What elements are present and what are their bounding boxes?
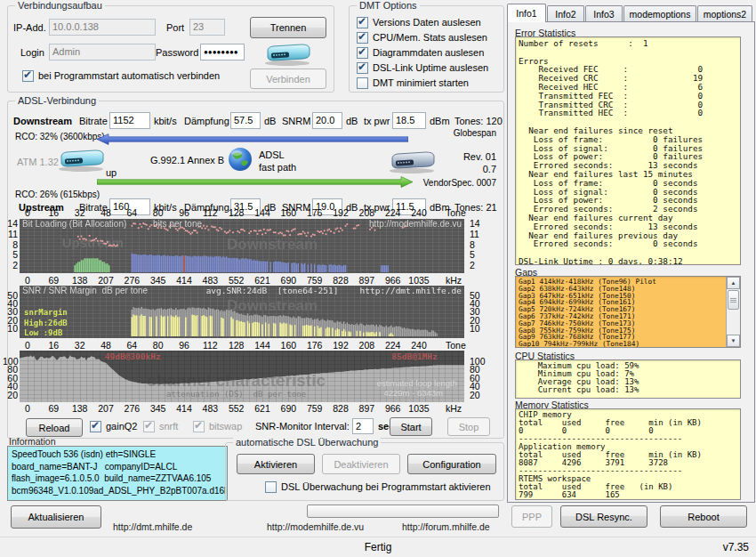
autoconnect-checkbox[interactable]: ✔: [22, 70, 34, 82]
snr-interval-field[interactable]: 2: [352, 418, 374, 434]
axis-tick: 64: [126, 207, 137, 218]
db-label: dB: [264, 116, 276, 126]
check-icon: ✔: [358, 45, 366, 58]
y-axis-label: 14: [3, 218, 18, 229]
tab-info2[interactable]: Info2: [547, 5, 584, 22]
downstream-bitrate-field[interactable]: 1152: [109, 112, 150, 129]
axis-tick: 1035: [408, 403, 429, 414]
refresh-button[interactable]: Aktualisieren: [11, 505, 101, 529]
globe-icon: [227, 146, 253, 174]
adsl-title: ADSL-Verbindung: [15, 94, 99, 107]
bitswap-checkbox[interactable]: ✔: [193, 421, 205, 432]
axis-tick: 128: [229, 340, 245, 351]
disconnect-button[interactable]: Trennen: [250, 17, 326, 38]
axis-unit-label: Tone: [446, 340, 466, 351]
dsl-resync-button[interactable]: DSL Resync.: [560, 505, 647, 528]
check-icon: ✔: [358, 15, 366, 28]
cpumem-checkbox[interactable]: ✔: [357, 32, 368, 44]
axis-tick: 759: [307, 403, 323, 414]
ppp-button[interactable]: PPP: [511, 505, 552, 528]
axis-tick: 966: [385, 403, 401, 414]
axis-tick: 128: [229, 207, 245, 218]
diagram-label: Diagrammdaten auslesen: [373, 47, 484, 58]
downstream-snrm-field[interactable]: 20.0: [312, 112, 342, 129]
uptime-checkbox[interactable]: ✔: [357, 62, 368, 74]
adsl-groupbox: ADSL-Verbindung Downstream Bitrate 1152 …: [7, 101, 504, 439]
port-field[interactable]: 23: [189, 19, 225, 36]
info1-tabpage: Error Statistics Number of resets : 1 Er…: [507, 21, 755, 503]
link-modemhilfe[interactable]: http://modemhilfe.de.vu: [267, 521, 364, 532]
versions-checkbox[interactable]: ✔: [357, 17, 368, 28]
axis-unit-label: Tone: [446, 207, 466, 218]
axis-tick: 208: [359, 340, 375, 351]
reboot-button[interactable]: Reboot: [660, 505, 747, 528]
monitoring-autostart-label: DSL Überwachung bei Programmstart aktivi…: [281, 481, 491, 492]
cpu-statistics-box: Maximum cpu load: 59% Minimum cpu load: …: [515, 359, 741, 399]
activate-button[interactable]: Aktivieren: [237, 454, 315, 474]
monitoring-title: automatische DSL Überwachung: [233, 436, 381, 448]
downstream-rco: RCO: 32% (3600kbps): [15, 132, 105, 141]
gainq2-checkbox[interactable]: ✔: [90, 421, 101, 432]
axis-tick: 276: [125, 403, 141, 414]
monitoring-autostart-checkbox[interactable]: [265, 481, 277, 493]
cpu-statistics-lines: Maximum cpu load: 59% Minimum cpu load: …: [519, 362, 740, 394]
y-axis-label: 2: [3, 260, 18, 270]
configuration-button[interactable]: Configuration: [407, 454, 496, 474]
axis-tick: 828: [333, 403, 349, 414]
gaps-scrollbar[interactable]: ▲ ▼: [726, 277, 740, 347]
modem-icon: [54, 146, 108, 174]
connect-button[interactable]: Verbinden: [250, 69, 326, 89]
khz-axis-3: 0691382072763454144835526216907598288979…: [8, 403, 503, 413]
deactivate-button[interactable]: Deaktivieren: [322, 454, 400, 474]
axis-tick: 96: [179, 207, 189, 218]
dbm-label: dBm: [430, 116, 450, 126]
start-button[interactable]: Start: [390, 417, 432, 436]
reload-button[interactable]: Reload: [26, 418, 83, 437]
remote-modem-icon: [385, 148, 438, 176]
axis-tick: 192: [333, 340, 349, 351]
ip-field[interactable]: 10.0.0.138: [49, 19, 156, 36]
tab-info3[interactable]: Info3: [585, 5, 623, 22]
y-axis-label: 2: [470, 260, 485, 270]
password-field[interactable]: ●●●●●●●●: [200, 44, 245, 61]
link-forum[interactable]: http://forum.mhilfe.de: [402, 521, 490, 532]
link-dmt[interactable]: http://dmt.mhilfe.de: [113, 521, 192, 532]
port-label: Port: [166, 22, 184, 33]
version-label: v7.35: [723, 541, 749, 553]
diagram-checkbox[interactable]: ✔: [357, 47, 368, 59]
axis-tick: 208: [359, 207, 375, 218]
downstream-tones: Tones: 120: [454, 116, 503, 126]
downstream-daempfung-field[interactable]: 57.5: [230, 112, 261, 129]
login-field[interactable]: Admin: [49, 44, 156, 61]
scrollbar-thumb[interactable]: [728, 290, 739, 310]
dmt-options-title: DMT Options: [357, 0, 420, 12]
axis-tick: 69: [48, 275, 59, 286]
axis-tick: 240: [411, 340, 427, 351]
axis-tick: 483: [203, 403, 219, 414]
axis-tick: 966: [385, 275, 401, 286]
tab-modemoptions[interactable]: modemoptions: [623, 5, 696, 22]
mode1-label: ADSL: [259, 149, 285, 160]
axis-tick: 0: [25, 207, 30, 218]
axis-tick: 64: [126, 340, 137, 351]
minimized-checkbox[interactable]: [357, 77, 368, 89]
tab-info1[interactable]: Info1: [507, 4, 546, 22]
check-icon: ✔: [23, 69, 32, 81]
stop-button[interactable]: Stop: [447, 417, 490, 436]
status-text: Fertig: [0, 541, 756, 553]
tab-moptions2[interactable]: moptions2: [697, 5, 752, 22]
snr-chart: [20, 286, 464, 338]
snrm-label: SNRM: [282, 116, 310, 126]
y-axis-label: 5: [3, 249, 18, 260]
scroll-up-icon[interactable]: ▲: [727, 277, 740, 289]
snrft-checkbox[interactable]: ✔: [143, 421, 155, 432]
cpumem-label: CPU/Mem. Stats auslesen: [373, 32, 487, 43]
downstream-txpwr-field[interactable]: 18.5: [392, 112, 426, 129]
scroll-down-icon[interactable]: ▼: [727, 335, 740, 347]
status-bar: Fertig v7.35: [0, 537, 756, 557]
axis-tick: 1035: [408, 275, 429, 286]
rev2-label: 0.7: [483, 164, 496, 174]
axis-tick: 690: [281, 275, 297, 286]
axis-tick: 552: [229, 403, 245, 414]
axis-tick: 160: [281, 340, 297, 351]
